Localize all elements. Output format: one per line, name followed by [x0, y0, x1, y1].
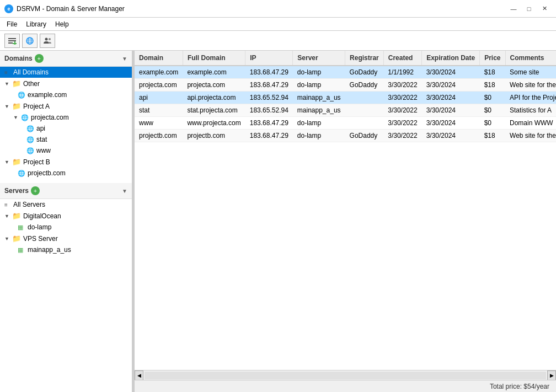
menu-file[interactable]: File: [2, 19, 22, 29]
col-server[interactable]: Server: [293, 51, 345, 66]
project-a-chevron-icon: ▼: [4, 104, 10, 109]
add-icon: [8, 36, 17, 45]
app-icon: e: [4, 4, 13, 13]
www-globe-icon: 🌐: [26, 147, 34, 154]
www-sidebar-label: www: [36, 147, 51, 154]
scroll-left-arrow[interactable]: ◀: [135, 370, 143, 380]
users-toolbar-button[interactable]: [40, 34, 55, 48]
table-row[interactable]: wwwwww.projecta.com183.68.47.29do-lamp3/…: [135, 117, 556, 130]
servers-section-label: Servers: [4, 187, 29, 195]
sidebar-projectb-com[interactable]: 🌐 projectb.com: [0, 168, 132, 179]
other-folder-icon: 📁: [12, 79, 21, 88]
table-cell: stat: [135, 104, 183, 117]
table-cell: Web site for the Project A: [505, 79, 556, 92]
table-row[interactable]: apiapi.projecta.com183.65.52.94mainapp_a…: [135, 92, 556, 104]
all-servers-icon: ≡: [4, 202, 11, 208]
globe-toolbar-button[interactable]: [22, 34, 38, 48]
table-cell: 183.65.52.94: [245, 104, 293, 117]
do-lamp-sidebar-label: do-lamp: [28, 223, 51, 231]
col-created[interactable]: Created: [383, 51, 421, 66]
col-ip[interactable]: IP: [245, 51, 293, 66]
do-lamp-server-icon: ▦: [18, 224, 25, 231]
sidebar-projecta-com[interactable]: ▼ 🌐 projecta.com: [0, 112, 132, 123]
svg-point-10: [45, 37, 48, 40]
servers-chevron-icon[interactable]: ▼: [122, 188, 127, 194]
table-body: example.comexample.com183.68.47.29do-lam…: [135, 66, 556, 142]
all-servers-item[interactable]: ≡ All Servers: [0, 199, 132, 210]
horizontal-scrollbar[interactable]: ◀ ▶: [135, 370, 556, 380]
table-row[interactable]: projectb.comprojectb.com183.68.47.29do-l…: [135, 130, 556, 142]
minimize-button[interactable]: —: [506, 3, 521, 14]
col-comments[interactable]: Comments: [505, 51, 556, 66]
table-cell: 3/30/2024: [422, 104, 480, 117]
other-group-item[interactable]: ▼ 📁 Other: [0, 78, 132, 89]
table-cell: Domain WWW: [505, 117, 556, 130]
project-b-group-item[interactable]: ▼ 📁 Project B: [0, 156, 132, 168]
servers-section-header: Servers + ▼: [0, 183, 132, 199]
scrollbar-track[interactable]: [145, 372, 546, 379]
col-registrar[interactable]: Registrar: [345, 51, 384, 66]
col-expiration-date[interactable]: Expiration Date: [422, 51, 480, 66]
table-row[interactable]: example.comexample.com183.68.47.29do-lam…: [135, 66, 556, 79]
digitalocean-chevron-icon: ▼: [4, 213, 10, 219]
table-cell: 3/30/2024: [422, 117, 480, 130]
scroll-right-arrow[interactable]: ▶: [547, 370, 556, 380]
add-server-sidebar-button[interactable]: +: [31, 186, 40, 195]
table-cell: 3/30/2022: [383, 130, 421, 142]
domains-chevron-icon[interactable]: ▼: [122, 56, 127, 62]
table-cell: 183.68.47.29: [245, 66, 293, 79]
table-cell: [345, 92, 384, 104]
table-row[interactable]: statstat.projecta.com183.65.52.94mainapp…: [135, 104, 556, 117]
table-cell: 3/30/2022: [383, 104, 421, 117]
table-cell: api.projecta.com: [183, 92, 245, 104]
vps-server-group-item[interactable]: ▼ 📁 VPS Server: [0, 233, 132, 244]
menu-help[interactable]: Help: [51, 19, 73, 29]
vps-server-group-label: VPS Server: [23, 235, 58, 243]
digitalocean-folder-icon: 📁: [12, 212, 21, 220]
projecta-chevron-icon: ▼: [13, 115, 19, 120]
table-cell: GoDaddy: [345, 79, 384, 92]
projecta-com-globe-icon: 🌐: [21, 114, 29, 121]
table-cell: projecta.com: [135, 79, 183, 92]
table-cell: 3/30/2022: [383, 92, 421, 104]
table-row[interactable]: projecta.comprojecta.com183.68.47.29do-l…: [135, 79, 556, 92]
table-cell: mainapp_a_us: [293, 104, 345, 117]
table-cell: [345, 104, 384, 117]
col-domain[interactable]: Domain: [135, 51, 183, 66]
maximize-button[interactable]: □: [522, 3, 536, 14]
add-domain-button[interactable]: [4, 34, 20, 48]
table-cell: [345, 117, 384, 130]
close-button[interactable]: ✕: [537, 3, 552, 14]
mainapp-server-icon: ▦: [18, 246, 25, 254]
table-cell: 1/1/1992: [383, 66, 421, 79]
table-cell: www.projecta.com: [183, 117, 245, 130]
sidebar-do-lamp[interactable]: ▦ do-lamp: [0, 222, 132, 233]
table-cell: do-lamp: [293, 79, 345, 92]
sidebar-mainapp-a-us[interactable]: ▦ mainapp_a_us: [0, 244, 132, 255]
table-container[interactable]: Domain Full Domain IP Server Registrar C…: [135, 51, 556, 370]
table-cell: $18: [480, 130, 505, 142]
svg-rect-0: [8, 38, 16, 39]
table-cell: do-lamp: [293, 66, 345, 79]
table-cell: Statistics for A: [505, 104, 556, 117]
menu-library[interactable]: Library: [22, 19, 51, 29]
sidebar-stat[interactable]: 🌐 stat: [0, 134, 132, 145]
sidebar-www[interactable]: 🌐 www: [0, 145, 132, 156]
project-b-folder-icon: 📁: [12, 158, 21, 166]
table-cell: projecta.com: [183, 79, 245, 92]
projecta-com-sidebar-label: projecta.com: [31, 114, 69, 121]
table-cell: example.com: [135, 66, 183, 79]
all-domains-item[interactable]: ≡ All Domains: [0, 67, 132, 78]
menu-bar: File Library Help: [0, 18, 556, 31]
sidebar-example-com[interactable]: 🌐 example.com: [0, 89, 132, 100]
add-domain-sidebar-button[interactable]: +: [35, 54, 44, 63]
sidebar-api[interactable]: 🌐 api: [0, 123, 132, 134]
api-sidebar-label: api: [36, 125, 45, 132]
col-price[interactable]: Price: [480, 51, 505, 66]
other-chevron-icon: ▼: [4, 81, 10, 87]
col-full-domain[interactable]: Full Domain: [183, 51, 245, 66]
table-header-row: Domain Full Domain IP Server Registrar C…: [135, 51, 556, 66]
table-cell: api: [135, 92, 183, 104]
project-a-group-item[interactable]: ▼ 📁 Project A: [0, 100, 132, 112]
digitalocean-group-item[interactable]: ▼ 📁 DigitalOcean: [0, 210, 132, 222]
